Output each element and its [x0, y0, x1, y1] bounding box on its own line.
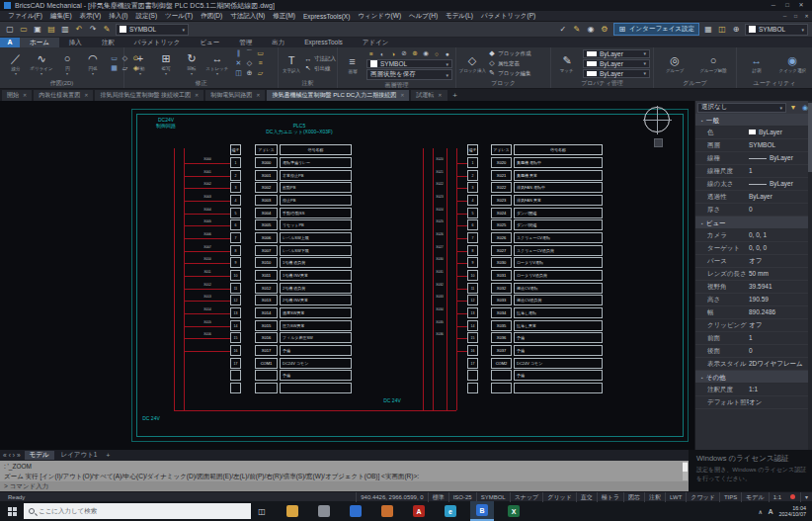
modify-mini-icon[interactable]: ⌒ [244, 48, 255, 58]
status-toggle[interactable]: グリッド [542, 492, 576, 502]
text-tool-button[interactable]: T文字記入 [282, 53, 301, 73]
child-restore-button[interactable]: □ [790, 11, 801, 22]
draw-tool-button[interactable]: ○円▾ [54, 51, 80, 76]
utility-tool-button[interactable]: ↔計測 [740, 53, 773, 73]
ribbon-tab[interactable]: ExpressTools [294, 38, 353, 47]
property-row[interactable]: 画層 SYMBOL [695, 139, 812, 152]
taskbar-app-button[interactable] [375, 501, 399, 521]
taskbar-app-button[interactable] [281, 501, 304, 521]
taskbar-app-button[interactable] [312, 501, 336, 521]
modify-mini-icon[interactable]: ▱ [255, 68, 266, 78]
annotate-tool-button[interactable]: ↖引出線 [304, 64, 336, 73]
toolbar-icon[interactable]: ▢ [4, 24, 16, 36]
property-row[interactable]: 前面 1 [695, 332, 812, 345]
toolbar-icon[interactable]: ▥ [59, 24, 71, 36]
ribbon-tab[interactable]: 出力 [262, 38, 294, 47]
modify-tool-button[interactable]: ⊞複写▾ [153, 51, 179, 76]
draw-tool-button[interactable]: ／線分▾ [3, 51, 29, 76]
layout-nav-arrow[interactable]: « [3, 452, 7, 459]
command-history[interactable]: : '_ZOOM ズーム 実行 [イン(I)/アウト(O)/すべて(A)/中心(… [0, 461, 689, 481]
layout-tab[interactable]: モデル [25, 451, 54, 460]
taskbar-app-button[interactable]: e [439, 501, 462, 521]
close-button[interactable]: ✕ [794, 0, 808, 11]
taskbar-app-button[interactable]: B [470, 501, 494, 521]
drawing-canvas[interactable]: PLC5 DC入力ユニット(X000~X03F) DC24V 制御回路 DC 2… [0, 101, 694, 450]
start-button[interactable] [0, 501, 24, 521]
layer-combo[interactable]: SYMBOL ▾ [116, 24, 189, 36]
ribbon-layer-combo[interactable]: SYMBOL▾ [366, 59, 452, 68]
group-tool-button[interactable]: ◎グループ [657, 53, 692, 73]
filter-icon[interactable]: ▼ [788, 104, 798, 111]
layer-tool-icon[interactable]: ◑ [388, 50, 398, 57]
modify-mini-icon[interactable]: ✕ [233, 58, 244, 68]
utility-tool-button[interactable]: ◉クイック選択 [776, 53, 810, 73]
menu-item[interactable]: 作図(D) [197, 12, 226, 21]
toolbar-icon[interactable]: ▣ [32, 24, 43, 36]
toolbar-icon[interactable]: ✓ [557, 24, 569, 36]
modify-tool-button[interactable]: +移動▾ [127, 51, 153, 76]
ribbon-tab[interactable]: 管理 [229, 38, 262, 47]
command-scrollbar[interactable] [683, 462, 688, 480]
toolbar-icon[interactable]: ⊕ [730, 24, 742, 36]
property-row[interactable]: ターゲット 0, 0, 0 [695, 242, 812, 255]
child-close-button[interactable]: ✕ [801, 11, 812, 22]
close-tab-icon[interactable]: ✕ [84, 90, 88, 101]
document-tab[interactable]: 内装仕様装置図✕ [34, 90, 93, 101]
child-minimize-button[interactable]: ─ [779, 11, 790, 22]
close-tab-icon[interactable]: ✕ [438, 90, 442, 101]
menu-item[interactable]: モデル(L) [442, 12, 477, 21]
property-row[interactable]: 表示スタイル 2Dワイヤフレーム [695, 358, 812, 371]
property-row[interactable]: 線種尺度 1 [695, 165, 812, 178]
modify-mini-icon[interactable]: ◇ [244, 58, 255, 68]
property-row[interactable]: 色 ByLayer [695, 127, 812, 139]
status-toggle[interactable]: 1:1 [769, 492, 785, 502]
property-row[interactable]: レンズの長さ 50 mm [695, 268, 812, 281]
ribbon-tab[interactable]: パラメトリック [124, 38, 191, 47]
menu-item[interactable]: ツール(T) [161, 12, 197, 21]
toolbar-icon[interactable]: ↷ [87, 24, 99, 36]
draw-mini-icon[interactable]: ▦ [109, 63, 120, 73]
status-toggle[interactable]: ISO-25 [448, 492, 476, 502]
property-row[interactable]: クリッピング オフ [695, 319, 812, 332]
status-toggle[interactable]: 注釈 [644, 492, 665, 502]
tray-expand-icon[interactable]: ∧ [758, 508, 762, 515]
toolbar-icon[interactable]: ◫ [716, 24, 728, 36]
document-tab[interactable]: 開始✕ [2, 90, 32, 101]
modify-tool-button[interactable]: ↔ストレッチ▾ [204, 51, 230, 76]
property-row[interactable]: 線種 ByLayer [695, 152, 812, 165]
menu-item[interactable]: 編集(E) [46, 12, 76, 21]
navigation-compass[interactable] [644, 107, 670, 132]
menu-item[interactable]: 表示(V) [76, 12, 106, 21]
taskbar-clock[interactable]: 16:04 2024/10/07 [778, 505, 806, 517]
layer-tool-icon[interactable]: ≡ [366, 50, 376, 57]
layer-state-combo[interactable]: 画層状態を保存▾ [366, 69, 452, 80]
bylayer-combo[interactable]: ByLayer▾ [583, 49, 650, 58]
close-tab-icon[interactable]: ✕ [195, 90, 199, 101]
maximize-button[interactable]: □ [780, 0, 794, 11]
workspace-button[interactable]: ⊞ インターフェイス設定 [613, 23, 699, 36]
block-tool-button[interactable]: ◆ブロック作成 [488, 49, 531, 58]
insert-block-button[interactable]: ◇ブロック挿入 [459, 53, 485, 73]
property-row[interactable]: 後面 0 [695, 345, 812, 358]
application-menu-button[interactable]: A [0, 38, 20, 47]
layers-button[interactable]: ≡画層 [341, 54, 364, 74]
status-toggle[interactable]: 940.4426, 2966.0599, 0 [356, 492, 427, 502]
property-row[interactable]: 厚さ 0 [695, 204, 812, 217]
block-tool-button[interactable]: ◇属性定義 [488, 59, 531, 68]
menu-item[interactable]: ウィンドウ(W) [354, 12, 405, 21]
ime-indicator[interactable]: A [769, 508, 773, 515]
minimize-button[interactable]: ─ [767, 0, 780, 11]
toolbar-icon[interactable]: ✎ [101, 24, 113, 36]
menu-item[interactable]: 設定(S) [131, 12, 161, 21]
property-row[interactable]: 注釈尺度 1:1 [695, 384, 812, 396]
layout-nav-arrow[interactable]: › [13, 452, 15, 459]
ribbon-tab[interactable]: ホーム [20, 38, 59, 47]
taskbar-app-button[interactable]: X [502, 501, 526, 521]
layout-tab[interactable]: レイアウト1 [56, 451, 103, 460]
modify-tool-button[interactable]: ↻回転▾ [179, 51, 204, 76]
task-view-icon[interactable]: ◫ [251, 507, 273, 516]
modify-mini-icon[interactable]: ∥ [233, 48, 244, 58]
match-properties-button[interactable]: ✎マッチ [554, 53, 580, 73]
document-tab[interactable]: 換気書機械位置制御盤 PLC DC入力二期接続図✕ [267, 90, 409, 101]
ribbon-tab[interactable]: 挿入 [59, 38, 92, 47]
